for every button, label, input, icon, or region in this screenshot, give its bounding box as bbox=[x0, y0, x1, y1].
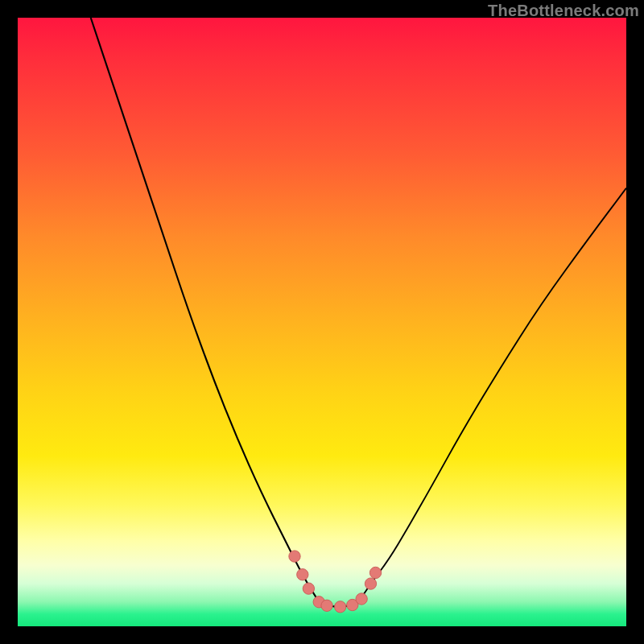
highlight-marker bbox=[369, 567, 381, 578]
highlight-marker bbox=[365, 578, 376, 589]
highlight-marker bbox=[334, 601, 345, 613]
highlight-marker bbox=[303, 583, 314, 594]
highlight-marker bbox=[289, 551, 300, 562]
chart-plot-area bbox=[18, 18, 626, 626]
chart-frame: TheBottleneck.com bbox=[0, 0, 644, 644]
highlight-marker bbox=[356, 593, 367, 605]
watermark-text: TheBottleneck.com bbox=[488, 2, 639, 20]
marker-layer bbox=[18, 18, 626, 626]
highlight-marker bbox=[297, 569, 308, 580]
highlight-marker bbox=[321, 600, 332, 611]
